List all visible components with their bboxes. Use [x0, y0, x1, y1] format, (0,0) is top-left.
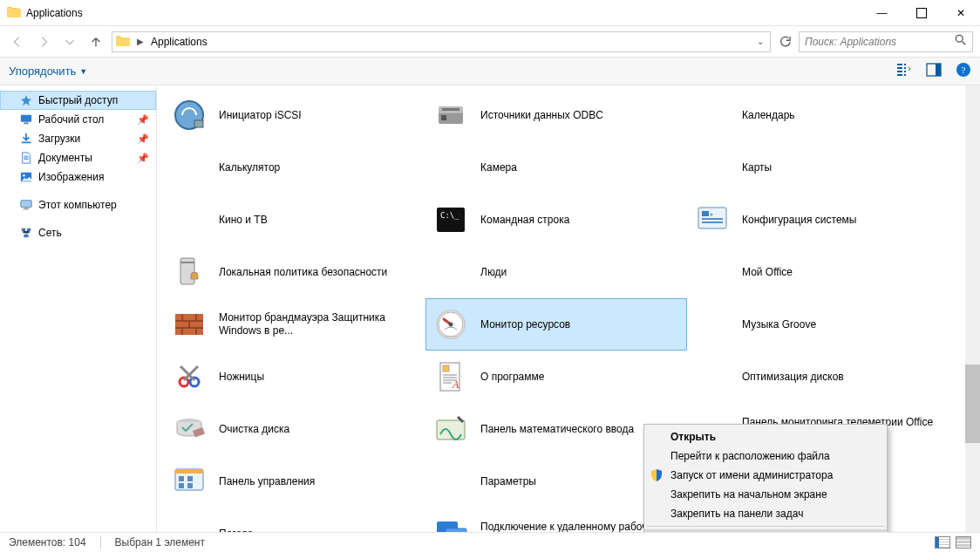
minimize-button[interactable]: [862, 0, 902, 26]
app-item[interactable]: Мой Office: [687, 246, 949, 298]
context-item-run-admin[interactable]: Запуск от имени администратора: [644, 466, 887, 485]
organize-button[interactable]: Упорядочить ▼: [9, 65, 87, 78]
svg-rect-15: [22, 142, 31, 144]
sidebar-item-downloads[interactable]: Загрузки 📌: [0, 129, 156, 148]
app-item[interactable]: Командная строка: [425, 194, 687, 246]
chevron-down-icon: ▼: [79, 67, 87, 76]
close-button[interactable]: [941, 0, 980, 26]
details-view-button[interactable]: [935, 536, 950, 549]
up-button[interactable]: [85, 31, 106, 52]
app-label: Параметры: [480, 475, 536, 488]
sidebar-item-label: Быстрый доступ: [38, 94, 118, 106]
context-item-open-location[interactable]: Перейти к расположению файла: [644, 446, 887, 466]
app-label: Панель управления: [219, 475, 315, 488]
app-item[interactable]: Оптимизация дисков: [687, 351, 949, 403]
scrollbar-thumb[interactable]: [965, 365, 980, 443]
breadcrumb-separator-icon: ▶: [137, 37, 144, 46]
context-item-open[interactable]: Открыть: [644, 427, 887, 446]
sidebar-item-this-pc[interactable]: Этот компьютер: [0, 195, 156, 215]
svg-rect-18: [21, 201, 31, 208]
address-dropdown-icon[interactable]: ⌄: [754, 37, 766, 46]
pin-icon: 📌: [137, 114, 149, 126]
maximize-button[interactable]: [902, 0, 941, 26]
app-item[interactable]: Ножницы: [164, 351, 425, 403]
app-label: Источники данных ODBC: [480, 109, 603, 122]
app-item[interactable]: Погода: [164, 508, 425, 532]
sidebar-item-pictures[interactable]: Изображения: [0, 167, 156, 187]
context-separator: [646, 526, 885, 527]
app-icon: [170, 410, 208, 448]
status-bar: Элементов: 104 Выбран 1 элемент: [0, 532, 980, 552]
app-icon: [432, 462, 470, 501]
app-item[interactable]: Источники данных ODBC: [425, 89, 687, 141]
app-icon: [432, 201, 470, 239]
app-label: Командная строка: [480, 214, 569, 227]
app-icon: [432, 96, 470, 134]
app-label: Монитор брандмауэра Защитника Windows в …: [219, 311, 411, 337]
svg-rect-6: [904, 67, 906, 69]
app-label: Ножницы: [219, 371, 264, 384]
app-item[interactable]: О программе: [425, 351, 687, 403]
downloads-icon: [19, 132, 33, 146]
icons-view-button[interactable]: [956, 536, 971, 549]
sidebar-item-label: Сеть: [38, 227, 62, 239]
app-icon: [170, 358, 208, 396]
app-item[interactable]: Кино и ТВ: [164, 194, 425, 246]
app-item[interactable]: Монитор брандмауэра Защитника Windows в …: [164, 298, 425, 351]
app-icon: [693, 148, 732, 187]
svg-rect-3: [897, 71, 902, 72]
sidebar-item-label: Этот компьютер: [38, 199, 117, 211]
folder-icon: [7, 5, 21, 20]
app-icon: [693, 358, 732, 396]
app-icon: [432, 305, 470, 344]
app-item[interactable]: Календарь: [687, 89, 949, 141]
context-item-pin-start[interactable]: Закрепить на начальном экране: [644, 485, 887, 504]
svg-rect-8: [904, 74, 906, 76]
svg-rect-2: [897, 67, 902, 69]
app-icon: [170, 96, 208, 134]
context-item-pin-taskbar[interactable]: Закрепить на панели задач: [644, 504, 887, 523]
app-item[interactable]: Панель управления: [164, 455, 425, 508]
app-item[interactable]: Камера: [425, 141, 687, 194]
app-item[interactable]: Очистка диска: [164, 403, 425, 455]
help-button[interactable]: ?: [956, 62, 971, 80]
sidebar-item-network[interactable]: Сеть: [0, 223, 156, 242]
sidebar-item-documents[interactable]: Документы 📌: [0, 148, 156, 167]
app-icon: [170, 201, 208, 239]
app-icon: [432, 410, 470, 448]
app-item[interactable]: Локальная политика безопасности: [164, 246, 425, 298]
forward-button[interactable]: [33, 31, 54, 52]
svg-rect-7: [904, 71, 906, 72]
app-item[interactable]: Конфигурация системы: [687, 194, 949, 246]
app-item[interactable]: Карты: [687, 141, 949, 194]
back-button[interactable]: [7, 31, 28, 52]
recent-locations-button[interactable]: [59, 31, 80, 52]
app-item[interactable]: Инициатор iSCSI: [164, 89, 425, 141]
svg-rect-23: [24, 235, 28, 238]
app-icon: [432, 358, 470, 396]
navigation-bar: ▶ Applications ⌄ Поиск: Applications: [0, 26, 980, 58]
search-box[interactable]: Поиск: Applications: [799, 31, 973, 52]
svg-point-17: [23, 174, 25, 177]
app-label: Инициатор iSCSI: [219, 109, 302, 122]
address-bar[interactable]: ▶ Applications ⌄: [112, 31, 771, 52]
view-options-button[interactable]: [896, 62, 912, 80]
app-item[interactable]: Люди: [425, 246, 687, 298]
app-icon: [170, 462, 208, 501]
vertical-scrollbar[interactable]: [965, 85, 980, 532]
svg-rect-21: [22, 228, 25, 232]
app-item[interactable]: Калькулятор: [164, 141, 425, 194]
sidebar-item-quick-access[interactable]: Быстрый доступ: [0, 91, 156, 110]
sidebar-item-desktop[interactable]: Рабочий стол 📌: [0, 110, 156, 129]
refresh-button[interactable]: [776, 31, 793, 52]
app-item[interactable]: Музыка Groove: [687, 298, 949, 351]
app-label: Календарь: [742, 109, 795, 122]
sidebar-item-label: Загрузки: [38, 133, 80, 145]
breadcrumb[interactable]: Applications: [151, 36, 208, 48]
preview-pane-button[interactable]: [926, 62, 942, 80]
app-item[interactable]: Монитор ресурсов: [425, 298, 687, 351]
sidebar-item-label: Изображения: [38, 171, 104, 183]
command-bar: Упорядочить ▼ ?: [0, 58, 980, 85]
app-label: Конфигурация системы: [742, 214, 856, 227]
context-item-create-shortcut[interactable]: Создать ярлык: [644, 529, 887, 532]
